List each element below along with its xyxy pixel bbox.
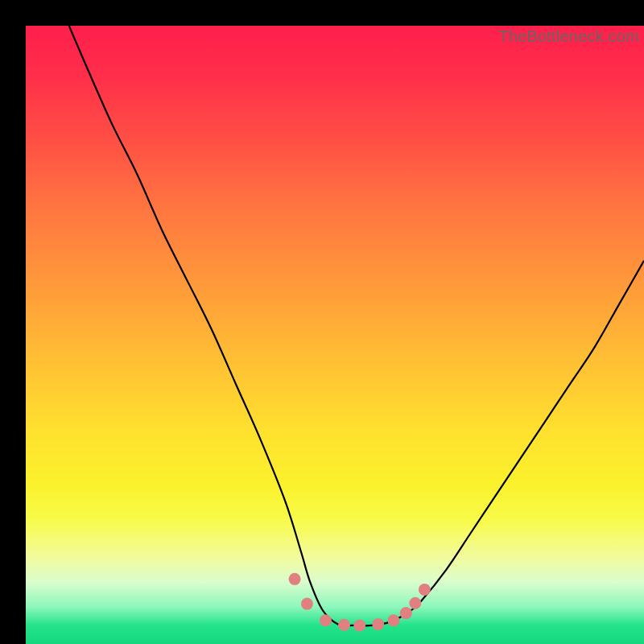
marker-dot (419, 584, 431, 596)
marker-dot (289, 573, 301, 585)
chart-svg (26, 26, 644, 644)
marker-dot (353, 619, 365, 631)
chart-plot-area: TheBottleneck.com (26, 26, 644, 644)
bottleneck-curve (69, 26, 644, 625)
marker-dot (400, 607, 412, 619)
marker-dot (320, 614, 332, 626)
marker-dot (301, 598, 313, 610)
marker-dot (409, 597, 421, 609)
curve-layer (69, 26, 644, 625)
marker-dot (338, 619, 350, 631)
marker-dot (372, 618, 384, 630)
marker-dot (387, 614, 399, 626)
chart-frame: TheBottleneck.com (0, 0, 644, 644)
